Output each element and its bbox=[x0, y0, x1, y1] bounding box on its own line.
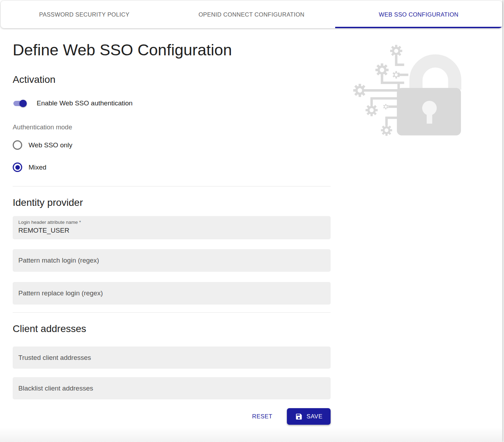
radio-label: Web SSO only bbox=[29, 141, 72, 149]
tab-password-security-policy[interactable]: PASSWORD SECURITY POLICY bbox=[1, 1, 168, 28]
tab-bar: PASSWORD SECURITY POLICY OPENID CONNECT … bbox=[1, 1, 502, 28]
lock-icon bbox=[350, 39, 468, 140]
login-header-attribute-input[interactable] bbox=[18, 227, 325, 234]
bottom-fade bbox=[0, 427, 502, 442]
form-actions: RESET SAVE bbox=[13, 408, 331, 425]
pattern-replace-login-input[interactable] bbox=[18, 289, 325, 297]
page-title: Define Web SSO Configuration bbox=[13, 41, 331, 59]
activation-heading: Activation bbox=[13, 74, 331, 85]
toggle-label: Enable Web SSO authentication bbox=[37, 99, 133, 107]
tab-openid-connect-configuration[interactable]: OPENID CONNECT CONFIGURATION bbox=[168, 1, 335, 28]
client-addresses-heading: Client addresses bbox=[13, 323, 331, 334]
trusted-client-addresses-input[interactable] bbox=[18, 354, 325, 362]
gear-icon bbox=[365, 104, 377, 116]
gear-icon bbox=[383, 104, 388, 109]
section-divider bbox=[13, 186, 331, 186]
reset-button[interactable]: RESET bbox=[249, 410, 275, 423]
identity-provider-heading: Identity provider bbox=[13, 197, 331, 208]
save-button-label: SAVE bbox=[307, 413, 322, 420]
floppy-disk-icon bbox=[295, 413, 303, 420]
radio-web-sso-only[interactable]: Web SSO only bbox=[13, 140, 331, 150]
enable-web-sso-toggle-row: Enable Web SSO authentication bbox=[13, 99, 331, 107]
tab-web-sso-configuration[interactable]: WEB SSO CONFIGURATION bbox=[335, 1, 502, 28]
toggle-thumb bbox=[19, 100, 27, 107]
gear-icon bbox=[375, 63, 388, 76]
login-header-attribute-field[interactable]: Login header attribute name * bbox=[13, 216, 331, 239]
save-button[interactable]: SAVE bbox=[287, 408, 331, 425]
settings-page: PASSWORD SECURITY POLICY OPENID CONNECT … bbox=[0, 0, 502, 442]
pattern-match-login-input[interactable] bbox=[18, 257, 325, 264]
trusted-client-addresses-field[interactable] bbox=[13, 346, 331, 369]
section-divider bbox=[13, 312, 331, 313]
radio-button-icon[interactable] bbox=[13, 140, 22, 150]
blacklist-client-addresses-field[interactable] bbox=[13, 377, 331, 399]
radio-mixed[interactable]: Mixed bbox=[13, 162, 331, 172]
lock-and-gears-illustration bbox=[350, 39, 468, 140]
gear-icon bbox=[381, 125, 392, 136]
web-sso-toggle[interactable] bbox=[13, 101, 26, 106]
authentication-mode-label: Authentication mode bbox=[13, 123, 331, 131]
gear-icon bbox=[353, 84, 366, 97]
blacklist-client-addresses-input[interactable] bbox=[18, 385, 325, 392]
pattern-match-login-field[interactable] bbox=[13, 249, 331, 272]
pattern-replace-login-field[interactable] bbox=[13, 282, 331, 305]
radio-label: Mixed bbox=[29, 164, 47, 171]
radio-button-icon[interactable] bbox=[13, 162, 22, 172]
gear-icon bbox=[390, 45, 402, 57]
login-header-attribute-label: Login header attribute name * bbox=[18, 220, 325, 225]
